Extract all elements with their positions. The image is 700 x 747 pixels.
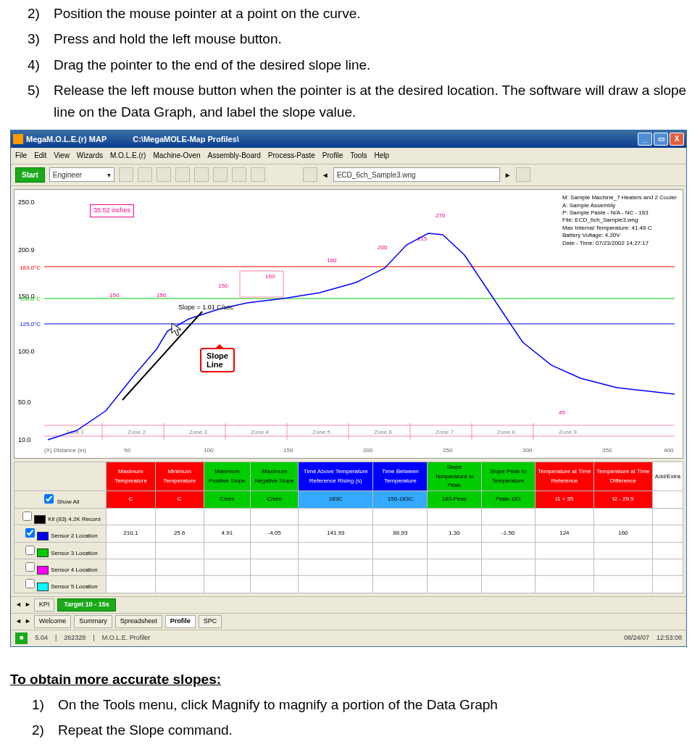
info-line: P: Sample Paste - N/A - NC - 183 <box>562 209 678 217</box>
menu-wizards[interactable]: Wizards <box>77 150 103 162</box>
tab-spreadsheet[interactable]: Spreadsheet <box>115 615 162 628</box>
row-checkbox[interactable] <box>22 512 32 521</box>
sub-step-1: 1) On the Tools menu, click Magnify to m… <box>32 694 690 715</box>
col-slope-to-peak[interactable]: Slope Temperature to Peak <box>428 462 481 491</box>
spec-cell: C <box>155 491 204 508</box>
toolbar-icon[interactable] <box>516 167 530 182</box>
menu-tools[interactable]: Tools <box>350 150 367 162</box>
step-number: 2) <box>28 3 46 24</box>
chevron-down-icon: ▾ <box>107 170 111 181</box>
row-checkbox[interactable] <box>25 528 35 538</box>
spec-cell: 183C <box>299 491 373 508</box>
role-dropdown[interactable]: Engineer ▾ <box>49 167 114 182</box>
col-time-above[interactable]: Time Above Temperature Reference Rising … <box>299 462 373 491</box>
svg-text:Zone 4: Zone 4 <box>251 429 269 435</box>
steps-after-image: 1) On the Tools menu, click Magnify to m… <box>32 694 690 741</box>
role-value: Engineer <box>53 170 82 181</box>
col-time-between[interactable]: Time Between Temperature <box>373 462 428 491</box>
row-checkbox[interactable] <box>25 579 35 588</box>
statusbar: ■ 5.04 | 262328 | M.O.L.E. Profiler 08/2… <box>11 630 686 646</box>
col-max-pos-slope[interactable]: Maximum Positive Slope <box>204 462 251 491</box>
col-max-neg-slope[interactable]: Maximum Negative Slope <box>251 462 299 491</box>
file-dropdown[interactable]: ECD_6ch_Sample3.wng <box>333 167 500 182</box>
spec-cell: 150-183C <box>373 491 428 508</box>
toolbar-icon[interactable] <box>175 167 190 182</box>
tab-welcome[interactable]: Welcome <box>34 615 71 628</box>
svg-text:200: 200 <box>363 447 373 454</box>
info-line: Battery Voltage: 4.20V <box>562 232 678 239</box>
col-add-extra[interactable]: Add/Extra <box>652 462 683 491</box>
row-label[interactable]: Sensor 3 Location <box>14 542 107 559</box>
row-label[interactable]: Sensor 5 Location <box>14 576 107 593</box>
svg-text:Slope = 1.01 C/sec: Slope = 1.01 C/sec <box>178 304 234 311</box>
toolbar-icon[interactable] <box>232 167 246 182</box>
data-graph[interactable]: 35.52 inches M: Sample Machine_7 Heaters… <box>14 189 683 459</box>
menu-mole[interactable]: M.O.L.E.(r) <box>110 150 146 162</box>
sub-step-2: 2) Repeat the Slope command. <box>32 719 690 740</box>
menu-machine-oven[interactable]: Machine-Oven <box>153 150 200 162</box>
tab-kpi[interactable]: KPI <box>34 598 55 612</box>
svg-text:Zone 6: Zone 6 <box>374 429 392 435</box>
spec-cell: t2 - 29.5 <box>593 491 652 508</box>
svg-text:100.0: 100.0 <box>18 348 35 355</box>
menu-help[interactable]: Help <box>375 150 390 162</box>
tab-target[interactable]: Target 10 - 15s <box>57 598 115 612</box>
maximize-button[interactable]: ▭ <box>654 133 668 146</box>
grid-table: Maximum Temperature Minimum Temperature … <box>14 462 683 593</box>
start-button[interactable]: Start <box>15 167 45 183</box>
file-back-icon[interactable]: ◄ <box>322 170 329 181</box>
steps-before-image: 2) Position the mouse pointer at a point… <box>28 3 690 122</box>
toolbar-icon[interactable] <box>303 167 317 182</box>
color-swatch <box>37 532 49 541</box>
svg-text:150.0°C: 150.0°C <box>20 296 41 302</box>
row-label[interactable]: Sensor 4 Location <box>14 559 107 575</box>
col-temp-at-tdiff[interactable]: Temperature at Time Difference <box>593 462 652 491</box>
spec-label[interactable]: Show All <box>14 491 107 508</box>
svg-line-41 <box>122 312 202 400</box>
close-button[interactable]: X <box>670 133 684 146</box>
menu-view[interactable]: View <box>54 150 70 162</box>
row-checkbox[interactable] <box>25 546 35 555</box>
info-line: Max Internal Temperature: 41.48 C <box>562 225 678 232</box>
menu-assembly-board[interactable]: Assembly-Board <box>207 150 260 162</box>
step-number: 3) <box>28 28 46 49</box>
toolbar-icon[interactable] <box>138 167 152 182</box>
menu-process-paste[interactable]: Process-Paste <box>268 150 315 162</box>
toolbar-icon[interactable] <box>157 167 171 182</box>
step-2: 2) Position the mouse pointer at a point… <box>28 3 690 24</box>
app-icon <box>13 134 23 144</box>
tab-spc[interactable]: SPC <box>199 615 222 628</box>
toolbar: Start Engineer ▾ ◄ ECD_6ch_Sample3.wng ► <box>11 164 686 187</box>
menu-file[interactable]: File <box>15 150 27 162</box>
toolbar-icon[interactable] <box>194 167 209 182</box>
minimize-button[interactable]: _ <box>638 133 652 146</box>
row-checkbox[interactable] <box>25 562 35 572</box>
toolbar-icon[interactable] <box>119 167 133 182</box>
tab-summary[interactable]: Summary <box>74 615 112 628</box>
step-text: Drag the pointer to the end of the desir… <box>54 54 370 75</box>
step-number: 4) <box>28 54 46 75</box>
tab-profile[interactable]: Profile <box>165 615 196 628</box>
grid-spec-row: Show All C C C/sec C/sec 183C 150-183C 1… <box>14 491 683 508</box>
window-title-path: C:\MegaMOLE-Map Profiles\ <box>133 133 239 146</box>
spec-cell: 183-Peak <box>428 491 481 508</box>
show-all-checkbox[interactable] <box>44 494 54 504</box>
col-temp-at-tref[interactable]: Temperature at Time Reference <box>535 462 593 491</box>
col-max-temp[interactable]: Maximum Temperature <box>107 462 156 491</box>
col-slope-from-peak[interactable]: Slope Peak to Temperature <box>481 462 535 491</box>
step-number: 1) <box>32 694 51 715</box>
row-label[interactable]: Kit (83) 4.2K Record <box>14 508 107 525</box>
status-divider: | <box>55 633 57 643</box>
col-min-temp[interactable]: Minimum Temperature <box>155 462 204 491</box>
menu-profile[interactable]: Profile <box>322 150 343 162</box>
toolbar-icon[interactable] <box>251 167 265 182</box>
menu-edit[interactable]: Edit <box>34 150 46 162</box>
row-label[interactable]: Sensor 2 Location <box>14 525 107 542</box>
window-title-app: MegaM.O.L.E.(r) MAP <box>26 133 107 146</box>
info-line: File: ECD_6ch_Sample3.wng <box>562 217 678 224</box>
distance-tag: 35.52 inches <box>90 204 134 217</box>
run-info-box: M: Sample Machine_7 Heaters and 2 Cooler… <box>562 194 678 247</box>
file-forward-icon[interactable]: ► <box>504 170 512 181</box>
svg-text:350: 350 <box>602 447 612 454</box>
toolbar-icon[interactable] <box>213 167 228 182</box>
